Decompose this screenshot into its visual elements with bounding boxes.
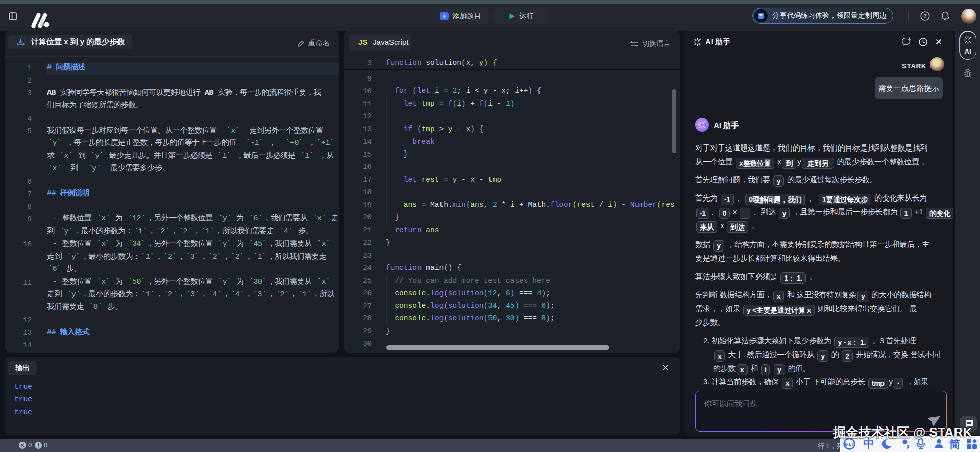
svg-text:?: ?	[923, 13, 927, 19]
svg-text:iFLY: iFLY	[845, 442, 854, 447]
